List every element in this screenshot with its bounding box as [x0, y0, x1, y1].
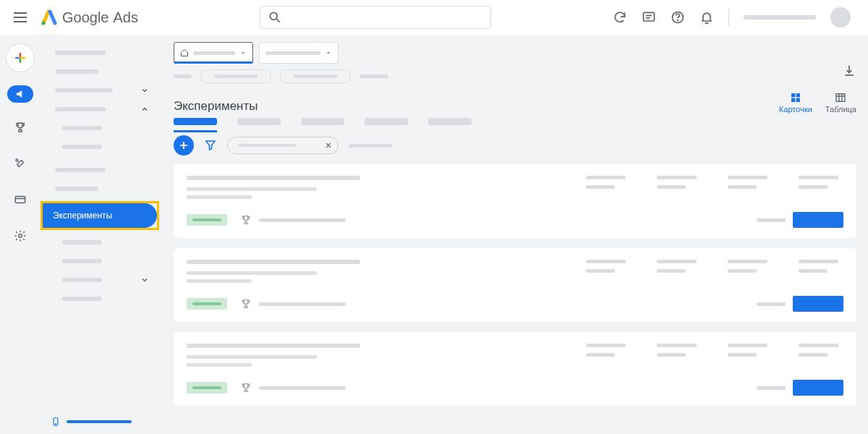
account-label[interactable] — [744, 15, 816, 20]
filter-icon[interactable] — [204, 139, 217, 152]
menu-icon[interactable] — [12, 9, 29, 26]
svg-rect-12 — [15, 197, 25, 203]
close-icon[interactable] — [325, 142, 332, 149]
gear-icon — [14, 229, 27, 242]
experiment-card[interactable] — [174, 164, 856, 238]
breadcrumb-label — [174, 75, 192, 78]
nav-item-expandable[interactable] — [41, 81, 162, 100]
search-input[interactable] — [288, 12, 483, 23]
card-meta — [757, 386, 786, 390]
filter-pill[interactable] — [227, 137, 339, 154]
chat-icon[interactable] — [642, 10, 656, 25]
nav-subitem[interactable] — [62, 259, 102, 263]
card-title — [187, 176, 360, 180]
svg-point-16 — [55, 424, 56, 425]
trophy-icon — [240, 298, 252, 310]
view-table[interactable]: Таблица — [825, 92, 856, 114]
breadcrumb-row — [162, 69, 868, 86]
download-button[interactable] — [842, 64, 856, 78]
nav-item[interactable] — [55, 69, 98, 74]
nav-active-highlight: Эксперименты — [41, 201, 159, 230]
card-meta — [757, 302, 786, 306]
nav-item[interactable] — [55, 168, 106, 172]
nav-item-expandable[interactable] — [41, 271, 162, 289]
rail-tools[interactable] — [9, 152, 32, 175]
add-button[interactable] — [174, 135, 194, 156]
chevron-down-icon — [140, 276, 149, 284]
nav-subitem[interactable] — [62, 145, 102, 149]
experiment-card[interactable] — [174, 332, 856, 406]
scope-account-select[interactable] — [174, 42, 253, 64]
main-content: Эксперименты Карточки Таблица — [162, 35, 868, 434]
view-cards[interactable]: Карточки — [779, 92, 812, 114]
rail-goals[interactable] — [9, 116, 32, 139]
nav-item[interactable] — [55, 187, 98, 191]
chevron-up-icon — [140, 105, 149, 114]
brand-text-1: Google — [62, 9, 109, 26]
card-footer-text — [259, 386, 346, 390]
search-container — [150, 6, 601, 29]
breadcrumb-chip[interactable] — [200, 69, 271, 83]
icon-rail — [0, 35, 41, 434]
tab[interactable] — [365, 118, 408, 125]
card-action-button[interactable] — [793, 296, 843, 312]
breadcrumb-label — [359, 75, 388, 78]
body: Эксперименты — [0, 35, 868, 434]
svg-rect-6 — [644, 12, 655, 21]
nav-item-experiments[interactable]: Эксперименты — [43, 203, 157, 228]
card-meta — [757, 218, 786, 222]
scope-bar — [162, 35, 868, 69]
divider — [728, 9, 729, 26]
refresh-icon[interactable] — [613, 10, 627, 25]
tab[interactable] — [237, 118, 281, 125]
scope-campaign-select[interactable] — [259, 42, 339, 64]
search-icon — [268, 10, 282, 25]
nav-subitem[interactable] — [62, 297, 102, 301]
table-icon — [835, 92, 846, 103]
svg-rect-17 — [791, 93, 795, 97]
nav-item-expanded[interactable] — [41, 100, 162, 119]
trophy-icon — [240, 214, 252, 226]
bell-icon[interactable] — [699, 10, 714, 25]
rail-campaigns[interactable] — [7, 85, 33, 103]
breadcrumb-chip[interactable] — [280, 69, 351, 83]
tab[interactable] — [174, 118, 217, 125]
nav-subitem[interactable] — [62, 240, 102, 244]
svg-point-14 — [19, 234, 22, 238]
rail-admin[interactable] — [9, 224, 32, 247]
experiment-card[interactable] — [174, 248, 856, 322]
avatar[interactable] — [830, 7, 851, 27]
card-subtitle — [187, 195, 252, 199]
logo[interactable]: Google Ads — [41, 9, 138, 26]
card-action-button[interactable] — [793, 380, 843, 396]
nav-subitem[interactable] — [62, 126, 102, 130]
page-title: Эксперименты — [174, 99, 258, 114]
megaphone-icon — [15, 89, 25, 99]
svg-rect-18 — [796, 93, 800, 97]
create-button[interactable] — [6, 43, 35, 72]
svg-rect-20 — [796, 98, 800, 102]
trophy-icon — [240, 382, 252, 393]
tab[interactable] — [301, 118, 344, 125]
card-subtitle — [187, 187, 317, 191]
nav-item[interactable] — [55, 51, 106, 55]
svg-point-10 — [678, 20, 678, 21]
card-action-button[interactable] — [793, 212, 843, 228]
toolbar-text — [349, 144, 392, 148]
app-header: Google Ads — [0, 0, 868, 35]
tools-icon — [14, 157, 27, 170]
tab[interactable] — [428, 118, 472, 125]
filter-pill-label — [238, 144, 296, 147]
nav-footer[interactable] — [51, 417, 132, 427]
card-stats — [586, 176, 843, 189]
toolbar — [162, 125, 868, 164]
card-title — [187, 260, 360, 264]
view-switcher: Карточки Таблица — [779, 92, 856, 114]
rail-billing[interactable] — [9, 188, 32, 211]
cards-icon — [790, 92, 801, 103]
card-subtitle — [187, 355, 317, 359]
svg-point-3 — [42, 22, 46, 25]
brand-text-2: Ads — [114, 9, 138, 26]
help-icon[interactable] — [671, 10, 685, 25]
search-bar[interactable] — [260, 6, 491, 29]
